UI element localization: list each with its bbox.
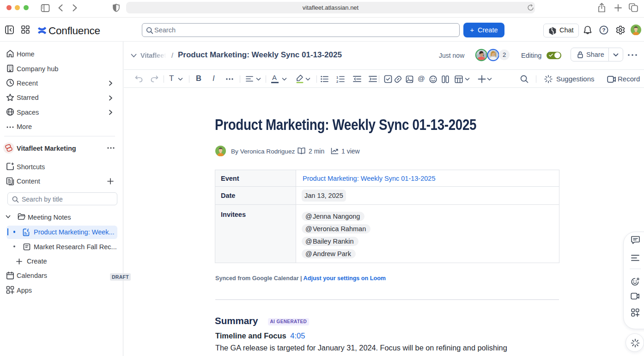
svg-text:2: 2	[336, 80, 338, 83]
svg-text:?: ?	[602, 27, 605, 33]
svg-text:1: 1	[336, 75, 338, 80]
